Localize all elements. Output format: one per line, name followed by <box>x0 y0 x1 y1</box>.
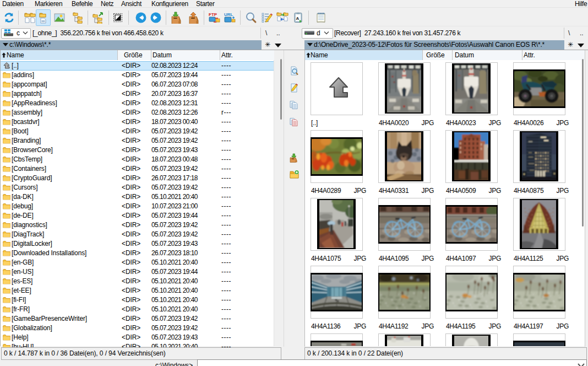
svg-text:URL: URL <box>224 12 233 17</box>
svg-text:FTP: FTP <box>209 12 217 17</box>
svg-text:A: A <box>296 16 300 21</box>
